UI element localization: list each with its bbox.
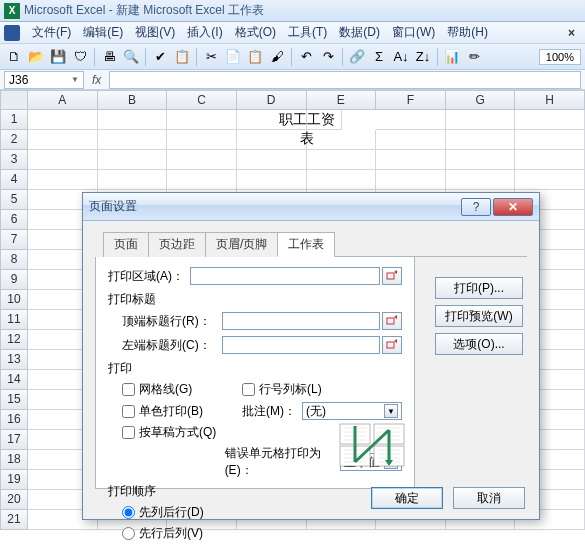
col-head[interactable]: F — [376, 90, 446, 110]
over-then-down-radio[interactable] — [122, 527, 135, 540]
row-head[interactable]: 10 — [0, 290, 28, 310]
print-area-input[interactable] — [190, 267, 380, 285]
cell[interactable] — [98, 130, 168, 150]
cell[interactable] — [167, 110, 237, 130]
row-head[interactable]: 15 — [0, 390, 28, 410]
col-head[interactable]: H — [515, 90, 585, 110]
menu-window[interactable]: 窗口(W) — [386, 22, 441, 43]
menu-insert[interactable]: 插入(I) — [181, 22, 228, 43]
cols-to-repeat-ref-button[interactable] — [382, 336, 402, 354]
print-button[interactable]: 打印(P)... — [435, 277, 523, 299]
dropdown-icon[interactable]: ▼ — [384, 404, 398, 418]
row-head[interactable]: 7 — [0, 230, 28, 250]
open-icon[interactable]: 📂 — [26, 47, 46, 67]
col-head[interactable]: C — [167, 90, 237, 110]
print-icon[interactable]: 🖶 — [99, 47, 119, 67]
spelling-icon[interactable]: ✔ — [150, 47, 170, 67]
tab-margins[interactable]: 页边距 — [148, 232, 206, 257]
row-head[interactable]: 6 — [0, 210, 28, 230]
rows-to-repeat-input[interactable] — [222, 312, 380, 330]
print-preview-icon[interactable]: 🔍 — [121, 47, 141, 67]
sort-desc-icon[interactable]: Z↓ — [413, 47, 433, 67]
row-head[interactable]: 8 — [0, 250, 28, 270]
cell[interactable] — [98, 150, 168, 170]
cell[interactable] — [446, 150, 516, 170]
cell[interactable] — [376, 110, 446, 130]
new-icon[interactable]: 🗋 — [4, 47, 24, 67]
cancel-button[interactable]: 取消 — [453, 487, 525, 509]
copy-icon[interactable]: 📄 — [223, 47, 243, 67]
row-head[interactable]: 9 — [0, 270, 28, 290]
menu-edit[interactable]: 编辑(E) — [77, 22, 129, 43]
cut-icon[interactable]: ✂ — [201, 47, 221, 67]
black-white-checkbox[interactable] — [122, 405, 135, 418]
menu-help[interactable]: 帮助(H) — [441, 22, 494, 43]
menu-tools[interactable]: 工具(T) — [282, 22, 333, 43]
row-head[interactable]: 2 — [0, 130, 28, 150]
menu-file[interactable]: 文件(F) — [26, 22, 77, 43]
cell[interactable] — [307, 150, 377, 170]
cell[interactable] — [446, 110, 516, 130]
cols-to-repeat-input[interactable] — [222, 336, 380, 354]
cell[interactable] — [28, 150, 98, 170]
row-col-headings-checkbox[interactable] — [242, 383, 255, 396]
row-head[interactable]: 12 — [0, 330, 28, 350]
rows-to-repeat-ref-button[interactable] — [382, 312, 402, 330]
options-button[interactable]: 选项(O)... — [435, 333, 523, 355]
cell[interactable] — [237, 150, 307, 170]
drawing-icon[interactable]: ✏ — [464, 47, 484, 67]
hyperlink-icon[interactable]: 🔗 — [347, 47, 367, 67]
cell[interactable] — [167, 170, 237, 190]
cell[interactable] — [446, 130, 516, 150]
cell[interactable] — [98, 110, 168, 130]
undo-icon[interactable]: ↶ — [296, 47, 316, 67]
gridlines-checkbox[interactable] — [122, 383, 135, 396]
col-head[interactable]: A — [28, 90, 98, 110]
cell[interactable] — [515, 170, 585, 190]
office-button-icon[interactable] — [4, 25, 20, 41]
row-head[interactable]: 3 — [0, 150, 28, 170]
cell[interactable] — [28, 170, 98, 190]
name-box-dropdown-icon[interactable]: ▼ — [71, 75, 79, 84]
dialog-title-bar[interactable]: 页面设置 ? ✕ — [83, 193, 539, 221]
cell[interactable] — [28, 110, 98, 130]
dialog-close-button[interactable]: ✕ — [493, 198, 533, 216]
cell[interactable] — [28, 130, 98, 150]
cell[interactable] — [446, 170, 516, 190]
chart-icon[interactable]: 📊 — [442, 47, 462, 67]
row-head[interactable]: 14 — [0, 370, 28, 390]
row-head[interactable]: 18 — [0, 450, 28, 470]
cell[interactable]: 职工工资表 — [273, 110, 343, 130]
tab-sheet[interactable]: 工作表 — [277, 232, 335, 257]
cell[interactable] — [307, 170, 377, 190]
cell[interactable] — [376, 150, 446, 170]
ok-button[interactable]: 确定 — [371, 487, 443, 509]
row-head[interactable]: 21 — [0, 510, 28, 530]
save-icon[interactable]: 💾 — [48, 47, 68, 67]
col-head[interactable]: G — [446, 90, 516, 110]
cell[interactable] — [515, 110, 585, 130]
col-head[interactable]: E — [307, 90, 377, 110]
cell[interactable] — [167, 150, 237, 170]
row-head[interactable]: 5 — [0, 190, 28, 210]
row-head[interactable]: 13 — [0, 350, 28, 370]
row-head[interactable]: 4 — [0, 170, 28, 190]
print-area-ref-button[interactable] — [382, 267, 402, 285]
fx-icon[interactable]: fx — [84, 73, 109, 87]
down-then-over-radio[interactable] — [122, 506, 135, 519]
menu-view[interactable]: 视图(V) — [129, 22, 181, 43]
paste-icon[interactable]: 📋 — [245, 47, 265, 67]
redo-icon[interactable]: ↷ — [318, 47, 338, 67]
row-head[interactable]: 19 — [0, 470, 28, 490]
row-head[interactable]: 17 — [0, 430, 28, 450]
comments-combo[interactable]: (无) ▼ — [302, 402, 402, 420]
col-head[interactable]: B — [98, 90, 168, 110]
select-all-corner[interactable] — [0, 90, 28, 110]
row-head[interactable]: 1 — [0, 110, 28, 130]
cell[interactable] — [515, 150, 585, 170]
print-preview-button[interactable]: 打印预览(W) — [435, 305, 523, 327]
cell[interactable] — [98, 170, 168, 190]
permission-icon[interactable]: 🛡 — [70, 47, 90, 67]
workbook-close-icon[interactable]: × — [562, 26, 581, 40]
menu-format[interactable]: 格式(O) — [229, 22, 282, 43]
